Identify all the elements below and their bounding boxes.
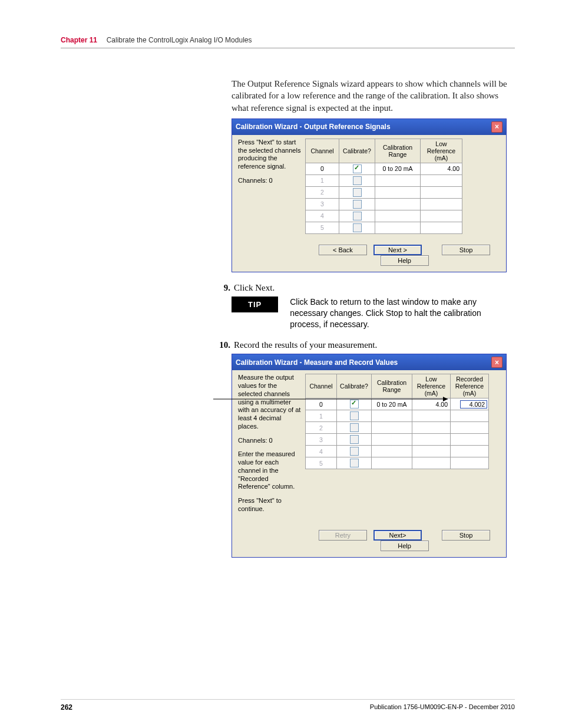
- table-row: 2: [306, 186, 462, 198]
- cell-channel: 4: [306, 446, 337, 457]
- step10-text: Record the results of your measurement.: [234, 340, 377, 350]
- dialog-measure-record: Calibration Wizard - Measure and Record …: [232, 354, 507, 557]
- cell-lowref: [421, 210, 462, 222]
- cell-calibrate[interactable]: [337, 422, 372, 434]
- cell-range: [372, 446, 412, 457]
- stop-button[interactable]: Stop: [442, 530, 490, 541]
- checkbox[interactable]: [350, 423, 359, 432]
- recorded-reference-input[interactable]: 4.002: [460, 400, 487, 409]
- close-icon[interactable]: ×: [491, 357, 503, 368]
- checkbox[interactable]: [350, 459, 359, 467]
- checkbox[interactable]: [350, 411, 359, 420]
- cell-range: [375, 174, 421, 186]
- dialog2-instruction3: Press "Next" to continue.: [238, 497, 302, 513]
- cell-lowref: 4.00: [412, 398, 451, 410]
- close-icon[interactable]: ×: [491, 121, 503, 133]
- cell-channel: 4: [306, 210, 339, 222]
- cell-calibrate[interactable]: [339, 174, 375, 186]
- cell-calibrate[interactable]: [337, 446, 372, 457]
- checkbox[interactable]: [353, 200, 362, 209]
- cell-calibrate[interactable]: [337, 434, 372, 446]
- cell-channel: 2: [306, 186, 339, 198]
- cell-lowref: [421, 198, 462, 210]
- cell-recref[interactable]: [451, 422, 489, 434]
- cell-recref[interactable]: [451, 434, 489, 446]
- page-number: 262: [61, 703, 72, 711]
- cell-lowref: [412, 457, 451, 469]
- cell-range: [375, 222, 421, 233]
- cell-channel: 1: [306, 410, 337, 422]
- cell-recref[interactable]: [451, 446, 489, 457]
- cell-calibrate[interactable]: [339, 222, 375, 233]
- dialog2-title: Calibration Wizard - Measure and Record …: [236, 358, 398, 367]
- table-row: 00 to 20 mA4.004.002: [306, 398, 489, 410]
- cell-calibrate[interactable]: [339, 198, 375, 210]
- col-channel: Channel: [306, 139, 339, 163]
- checkbox[interactable]: [350, 435, 359, 444]
- checkbox[interactable]: [353, 176, 362, 185]
- cell-recref[interactable]: 4.002: [451, 398, 489, 410]
- dialog1-channels: Channels: 0: [238, 177, 302, 185]
- cell-calibrate[interactable]: [337, 457, 372, 469]
- cell-channel: 3: [306, 198, 339, 210]
- tip-text: Click Back to return to the last window …: [290, 297, 502, 330]
- checkbox[interactable]: [353, 164, 362, 173]
- col-lowref: Low Reference (mA): [412, 374, 451, 398]
- next-button[interactable]: Next>: [373, 530, 422, 541]
- cell-calibrate[interactable]: [337, 398, 372, 410]
- cell-lowref: [412, 410, 451, 422]
- dialog-output-reference: Calibration Wizard - Output Reference Si…: [232, 118, 507, 272]
- cell-range: [375, 198, 421, 210]
- help-button[interactable]: Help: [381, 255, 429, 266]
- checkbox[interactable]: [350, 447, 359, 456]
- dialog1-instruction: Press "Next" to start the selected chann…: [238, 139, 302, 171]
- cell-range: [375, 210, 421, 222]
- page-footer: 262 Publication 1756-UM009C-EN-P - Decem…: [61, 699, 515, 711]
- col-lowref: Low Reference (mA): [421, 139, 462, 163]
- dialog2-table: Channel Calibrate? Calibration Range Low…: [305, 374, 489, 469]
- checkbox[interactable]: [350, 400, 359, 409]
- chapter-title: Calibrate the ControlLogix Analog I/O Mo…: [107, 36, 252, 44]
- table-row: 00 to 20 mA4.00: [306, 163, 462, 174]
- help-button[interactable]: Help: [381, 541, 429, 551]
- dialog1-title: Calibration Wizard - Output Reference Si…: [236, 123, 391, 131]
- intro-paragraph: The Output Reference Signals wizard appe…: [232, 78, 515, 114]
- cell-recref[interactable]: [451, 457, 489, 469]
- cell-channel: 0: [306, 398, 337, 410]
- cell-recref[interactable]: [451, 410, 489, 422]
- table-row: 1: [306, 410, 489, 422]
- retry-button[interactable]: Retry: [319, 530, 367, 541]
- cell-lowref: [412, 434, 451, 446]
- cell-calibrate[interactable]: [339, 163, 375, 174]
- checkbox[interactable]: [353, 188, 362, 197]
- table-row: 3: [306, 198, 462, 210]
- cell-calibrate[interactable]: [339, 186, 375, 198]
- cell-range: [375, 186, 421, 198]
- cell-range: [372, 422, 412, 434]
- cell-channel: 3: [306, 434, 337, 446]
- cell-lowref: [412, 446, 451, 457]
- cell-range: [372, 410, 412, 422]
- cell-lowref: [421, 174, 462, 186]
- stop-button[interactable]: Stop: [442, 245, 490, 255]
- next-button[interactable]: Next >: [373, 245, 422, 255]
- dialog1-table: Channel Calibrate? Calibration Range Low…: [305, 139, 462, 234]
- tip-badge: TIP: [232, 297, 278, 312]
- cell-range: 0 to 20 mA: [375, 163, 421, 174]
- table-row: 4: [306, 210, 462, 222]
- step10-number: 10.: [214, 340, 230, 350]
- table-row: 5: [306, 222, 462, 233]
- step9-number: 9.: [214, 283, 230, 293]
- cell-channel: 2: [306, 422, 337, 434]
- table-row: 3: [306, 434, 489, 446]
- cell-calibrate[interactable]: [337, 410, 372, 422]
- table-row: 4: [306, 446, 489, 457]
- table-row: 5: [306, 457, 489, 469]
- cell-calibrate[interactable]: [339, 210, 375, 222]
- page-header: Chapter 11 Calibrate the ControlLogix An…: [61, 35, 515, 48]
- checkbox[interactable]: [353, 212, 362, 220]
- col-range: Calibration Range: [372, 374, 412, 398]
- back-button[interactable]: < Back: [319, 245, 367, 255]
- cell-lowref: [412, 422, 451, 434]
- checkbox[interactable]: [353, 223, 362, 232]
